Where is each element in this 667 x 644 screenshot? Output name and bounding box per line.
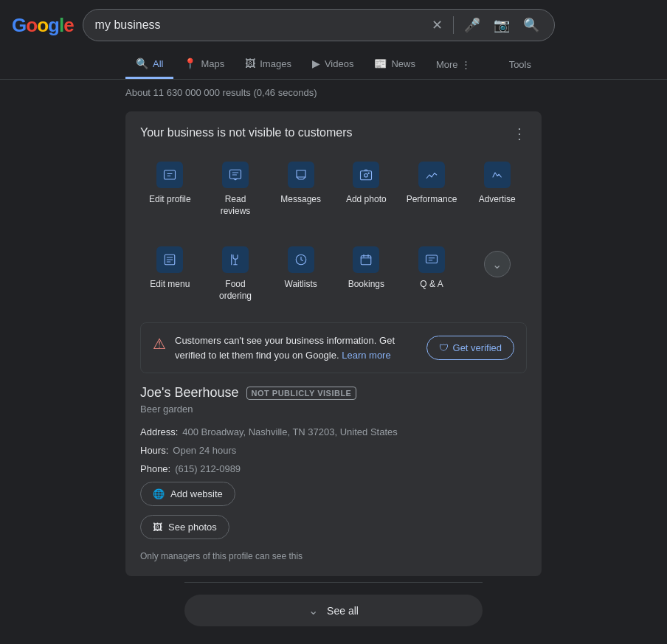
bookings-icon	[353, 246, 379, 273]
waitlists-icon	[288, 246, 314, 273]
action-food-ordering[interactable]: Food ordering	[206, 238, 266, 311]
business-name: Joe's Beerhouse	[140, 385, 239, 401]
advertise-label: Advertise	[479, 194, 516, 206]
tab-images-label: Images	[260, 58, 291, 69]
get-verified-button[interactable]: 🛡 Get verified	[426, 336, 514, 360]
messages-label: Messages	[280, 194, 321, 206]
action-bookings[interactable]: Bookings	[336, 238, 396, 311]
visibility-badge: NOT PUBLICLY VISIBLE	[246, 387, 357, 400]
see-all-chevron-icon: ⌄	[308, 603, 318, 617]
address-label: Address:	[140, 426, 178, 437]
videos-icon: ▶	[312, 58, 320, 69]
add-photo-icon	[353, 162, 379, 188]
waitlists-label: Waitlists	[285, 279, 317, 291]
food-ordering-icon	[222, 246, 249, 273]
learn-more-link[interactable]: Learn more	[342, 350, 390, 361]
business-name-row: Joe's Beerhouse NOT PUBLICLY VISIBLE	[140, 385, 527, 401]
svg-rect-7	[426, 255, 437, 263]
action-waitlists[interactable]: Waitlists	[271, 238, 331, 311]
results-count: About 11 630 000 000 results (0,46 secon…	[0, 80, 667, 105]
search-bar: ✕ 🎤 📷 🔍	[83, 9, 555, 41]
search-tabs: 🔍 All 📍 Maps 🖼 Images ▶ Videos 📰 News Mo…	[0, 50, 667, 80]
hours-value: Open 24 hours	[173, 445, 236, 456]
images-icon: 🖼	[245, 58, 255, 69]
food-ordering-label: Food ordering	[210, 279, 261, 302]
tab-maps[interactable]: 📍 Maps	[173, 50, 235, 79]
svg-rect-0	[165, 170, 176, 179]
voice-search-button[interactable]: 🎤	[461, 14, 483, 36]
svg-rect-6	[362, 256, 372, 265]
tab-news-label: News	[391, 58, 415, 69]
see-all-bar[interactable]: ⌄ See all	[184, 595, 483, 626]
performance-icon	[418, 162, 445, 188]
edit-profile-icon	[156, 162, 183, 188]
bookings-label: Bookings	[348, 279, 384, 291]
action-edit-menu[interactable]: Edit menu	[140, 238, 200, 311]
actions-row1: Edit profile Read reviews Messages	[140, 153, 527, 226]
card-header: Your business is not visible to customer…	[140, 126, 527, 141]
add-photo-label: Add photo	[346, 194, 387, 206]
read-reviews-label: Read reviews	[210, 194, 261, 217]
tab-maps-label: Maps	[201, 58, 224, 69]
more-label: More	[436, 59, 458, 70]
expand-cell: ⌄	[467, 238, 527, 311]
phone-label: Phone:	[140, 463, 170, 474]
address-value: 400 Broadway, Nashville, TN 37203, Unite…	[182, 426, 397, 437]
business-category: Beer garden	[140, 404, 527, 415]
search-input[interactable]	[95, 18, 423, 32]
hours-row: Hours: Open 24 hours	[140, 445, 527, 456]
image-search-button[interactable]: 📷	[491, 14, 513, 36]
business-card: Your business is not visible to customer…	[125, 111, 542, 576]
edit-profile-label: Edit profile	[149, 194, 191, 206]
edit-menu-icon	[156, 246, 183, 273]
action-add-photo[interactable]: Add photo	[336, 153, 396, 226]
tab-all-label: All	[153, 58, 163, 69]
svg-point-3	[364, 174, 368, 178]
more-chevron-icon: ⋮	[461, 59, 471, 70]
more-options-button[interactable]: ⋮	[512, 126, 527, 141]
action-advertise[interactable]: Advertise	[467, 153, 527, 226]
see-all-label: See all	[327, 605, 359, 617]
tab-images[interactable]: 🖼 Images	[235, 50, 302, 79]
card-title: Your business is not visible to customer…	[140, 126, 353, 139]
warning-text: Customers can't see your business inform…	[175, 333, 426, 362]
address-row: Address: 400 Broadway, Nashville, TN 372…	[140, 426, 527, 437]
warning-content: ⚠ Customers can't see your business info…	[153, 333, 426, 362]
tab-videos[interactable]: ▶ Videos	[302, 50, 364, 79]
search-submit-button[interactable]: 🔍	[520, 14, 542, 36]
see-photos-button[interactable]: 🖼 See photos	[140, 515, 229, 539]
header: Google ✕ 🎤 📷 🔍	[0, 0, 667, 50]
managers-note: Only managers of this profile can see th…	[140, 551, 527, 561]
action-read-reviews[interactable]: Read reviews	[206, 153, 266, 226]
shield-icon: 🛡	[439, 342, 449, 353]
news-icon: 📰	[374, 58, 387, 69]
search-bar-icons: ✕ 🎤 📷 🔍	[429, 14, 542, 36]
clear-search-button[interactable]: ✕	[429, 14, 446, 36]
tab-news[interactable]: 📰 News	[364, 50, 426, 79]
tab-all[interactable]: 🔍 All	[125, 50, 173, 79]
svg-rect-2	[361, 171, 372, 180]
action-messages[interactable]: Messages	[271, 153, 331, 226]
all-icon: 🔍	[136, 58, 148, 69]
action-edit-profile[interactable]: Edit profile	[140, 153, 200, 226]
action-qa[interactable]: Q & A	[402, 238, 462, 311]
tools-label: Tools	[509, 59, 531, 70]
read-reviews-icon	[222, 162, 249, 188]
maps-icon: 📍	[184, 58, 196, 69]
google-logo: Google	[12, 14, 74, 37]
add-website-button[interactable]: 🌐 Add website	[140, 482, 235, 506]
tab-more[interactable]: More ⋮	[426, 52, 481, 77]
warning-icon: ⚠	[153, 335, 166, 353]
tab-tools[interactable]: Tools	[499, 52, 542, 77]
qa-icon	[418, 246, 445, 273]
tab-videos-label: Videos	[325, 58, 354, 69]
action-performance[interactable]: Performance	[402, 153, 462, 226]
expand-button[interactable]: ⌄	[484, 251, 511, 277]
search-divider	[453, 16, 454, 34]
see-photos-row: 🖼 See photos	[140, 515, 527, 545]
hours-label: Hours:	[140, 445, 168, 456]
actions-row2: Edit menu Food ordering Waitlists	[140, 238, 527, 311]
svg-rect-1	[229, 170, 241, 179]
phone-row: Phone: (615) 212-0989	[140, 463, 527, 474]
messages-icon	[288, 162, 314, 188]
